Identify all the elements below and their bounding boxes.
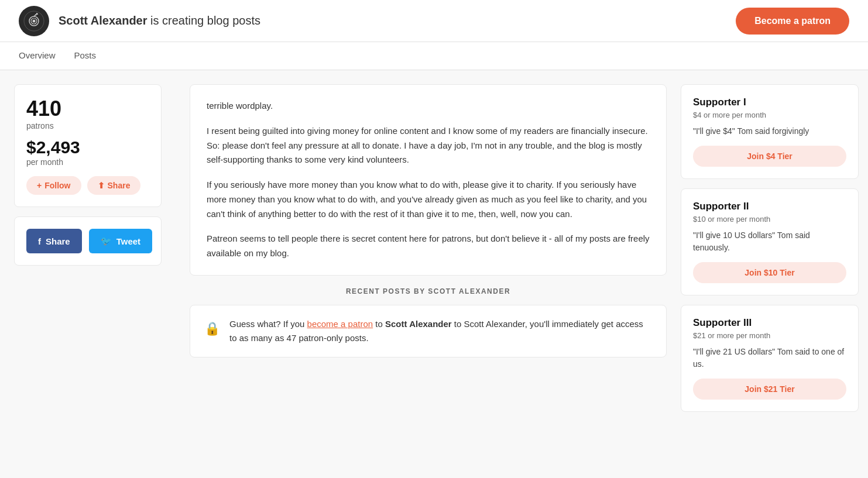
page-header: Scott Alexander is creating blog posts B… [0,0,868,42]
nav-tabs: Overview Posts [0,42,868,70]
patron-label: patrons [26,121,149,130]
lock-icon: 🔒 [204,318,220,339]
social-buttons: f Share 🐦 Tweet [14,216,162,266]
sidebar-stats: 410 patrons $2,493 per month + Follow ⬆ … [14,84,162,207]
tier-card-1: Supporter I $4 or more per month "I'll g… [681,84,859,179]
tier-3-price: $21 or more per month [693,331,846,340]
share-label: Share [108,181,131,190]
header-left: Scott Alexander is creating blog posts [19,6,260,36]
svg-point-3 [33,19,36,22]
twitter-icon: 🐦 [101,236,112,246]
tier-3-name: Supporter III [693,317,846,329]
facebook-share-button[interactable]: f Share [26,229,82,253]
become-patron-button[interactable]: Become a patron [736,8,849,35]
tier-1-name: Supporter I [693,97,846,108]
tier-2-name: Supporter II [693,201,846,212]
join-tier-1-button[interactable]: Join $4 Tier [693,146,846,167]
follow-label: Follow [44,181,70,190]
content-p3: If you seriously have more money than yo… [207,178,650,221]
patron-post-card: 🔒 Guess what? If you become a patron to … [190,305,667,357]
share-button-small[interactable]: ⬆ Share [87,176,141,195]
monthly-amount: $2,493 [26,137,149,157]
content-p4: Patreon seems to tell people there is se… [207,232,650,261]
tweet-label: Tweet [116,236,140,246]
tier-1-price: $4 or more per month [693,111,846,119]
action-buttons: + Follow ⬆ Share [26,176,149,195]
fb-share-label: Share [46,236,70,246]
facebook-icon: f [38,236,41,246]
tier-2-price: $10 or more per month [693,215,846,223]
tab-posts[interactable]: Posts [65,42,106,70]
about-card: terrible wordplay. I resent being guilte… [190,84,667,276]
twitter-tweet-button[interactable]: 🐦 Tweet [89,229,152,253]
follow-button[interactable]: + Follow [26,176,81,195]
become-patron-link[interactable]: become a patron [307,319,373,329]
creator-avatar [19,6,49,36]
content-p1: terrible wordplay. [207,99,650,114]
svg-point-8 [36,13,37,14]
right-sidebar: Supporter I $4 or more per month "I'll g… [681,70,868,435]
left-sidebar: 410 patrons $2,493 per month + Follow ⬆ … [0,70,176,435]
main-content: terrible wordplay. I resent being guilte… [176,70,681,435]
tier-2-description: "I'll give 10 US dollars" Tom said tenuo… [693,229,846,254]
content-p2: I resent being guilted into giving money… [207,124,650,167]
header-subtitle: is creating blog posts [147,14,260,27]
tier-card-3: Supporter III $21 or more per month "I'l… [681,305,859,412]
patron-count: 410 [26,97,149,121]
tab-overview[interactable]: Overview [19,42,65,70]
tier-card-2: Supporter II $10 or more per month "I'll… [681,188,859,295]
main-layout: 410 patrons $2,493 per month + Follow ⬆ … [0,70,868,435]
join-tier-3-button[interactable]: Join $21 Tier [693,379,846,400]
plus-icon: + [37,181,42,190]
post-text: Guess what? If you become a patron to Sc… [229,317,652,345]
tier-1-description: "I'll give $4" Tom said forgivingly [693,125,846,137]
join-tier-2-button[interactable]: Join $10 Tier [693,262,846,283]
creator-name: Scott Alexander [59,14,147,27]
per-month-label: per month [26,157,149,167]
recent-posts-header: RECENT POSTS BY SCOTT ALEXANDER [190,287,667,295]
tier-3-description: "I'll give 21 US dollars" Tom said to on… [693,346,846,370]
header-title: Scott Alexander is creating blog posts [59,14,260,27]
share-icon-small: ⬆ [98,181,105,190]
